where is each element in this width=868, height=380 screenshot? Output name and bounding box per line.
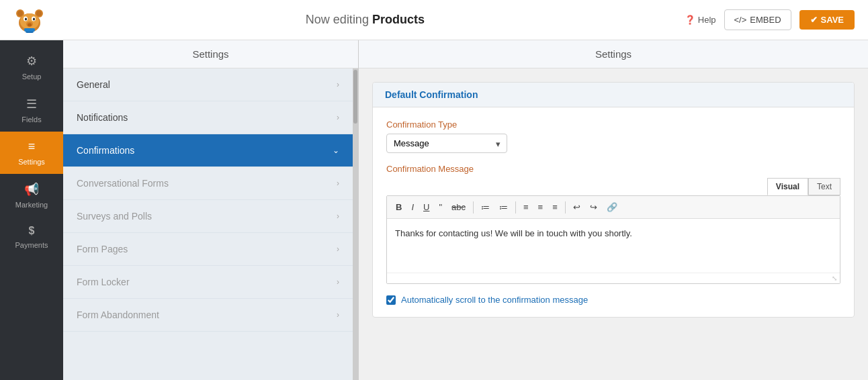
confirmation-type-group: Confirmation Type Message Page Redirect — [386, 120, 840, 153]
sidebar-item-setup[interactable]: ⚙ Setup — [0, 46, 63, 89]
help-button[interactable]: ❓ Help — [685, 15, 716, 25]
menu-item-conversational-forms[interactable]: Conversational Forms › — [63, 167, 353, 200]
toolbar-italic[interactable]: I — [408, 200, 417, 214]
logo-bear-icon — [13, 4, 46, 36]
menu-item-form-pages[interactable]: Form Pages › — [63, 233, 353, 266]
chevron-right-icon: › — [337, 80, 339, 89]
sub-sidebar-content: General › Notifications › Confirmations … — [63, 68, 358, 380]
sidebar-item-label-payments: Payments — [15, 241, 48, 249]
top-bar: Now editing Products ❓ Help </> EMBED ✔ … — [0, 0, 868, 40]
svg-point-11 — [28, 23, 32, 26]
main-content-title: Settings — [595, 48, 632, 60]
svg-point-4 — [36, 11, 42, 16]
svg-point-9 — [33, 17, 35, 20]
confirmation-type-select[interactable]: Message Page Redirect — [386, 134, 507, 153]
scrollbar-thumb[interactable] — [353, 70, 357, 124]
menu-item-label-form-locker: Form Locker — [77, 277, 130, 287]
sidebar-item-fields[interactable]: ☰ Fields — [0, 89, 63, 132]
menu-item-label-surveys-polls: Surveys and Polls — [77, 211, 152, 222]
settings-icon: ≡ — [28, 140, 36, 154]
menu-item-label-conversational-forms: Conversational Forms — [77, 178, 169, 189]
tab-text[interactable]: Text — [808, 178, 840, 195]
main-content-header: Settings — [359, 40, 868, 68]
menu-item-label-notifications: Notifications — [77, 112, 128, 123]
checkmark-icon: ✔ — [810, 15, 818, 25]
fields-icon: ☰ — [26, 97, 37, 111]
editor-tabs: Visual Text — [386, 178, 840, 195]
sidebar-item-marketing[interactable]: 📢 Marketing — [0, 174, 63, 217]
main-layout: ⚙ Setup ☰ Fields ≡ Settings 📢 Marketing … — [0, 40, 868, 380]
menu-item-surveys-polls[interactable]: Surveys and Polls › — [63, 200, 353, 233]
product-name: Products — [372, 13, 425, 26]
toolbar-align-right[interactable]: ≡ — [549, 200, 561, 214]
menu-item-form-abandonment[interactable]: Form Abandonment › — [63, 299, 353, 332]
editor-toolbar: B I U " abc ≔ ≔ ≡ ≡ ≡ — [387, 196, 840, 219]
menu-item-label-confirmations: Confirmations — [77, 145, 134, 156]
logo — [13, 4, 46, 36]
menu-item-label-general: General — [77, 79, 110, 90]
menu-item-form-locker[interactable]: Form Locker › — [63, 266, 353, 299]
main-content: Settings Default Confirmation Confirmati… — [359, 40, 868, 380]
menu-item-label-form-pages: Form Pages — [77, 244, 128, 254]
toolbar-strikethrough[interactable]: abc — [448, 200, 469, 214]
confirmation-card-header: Default Confirmation — [373, 83, 854, 107]
editing-title: Now editing Products — [306, 13, 425, 27]
chevron-down-icon: ⌄ — [333, 146, 339, 155]
sub-sidebar-list: General › Notifications › Confirmations … — [63, 68, 353, 380]
save-button[interactable]: ✔ SAVE — [799, 10, 855, 30]
chevron-right-icon: › — [337, 113, 339, 122]
menu-item-confirmations[interactable]: Confirmations ⌄ — [63, 134, 353, 167]
chevron-right-icon: › — [337, 211, 339, 221]
toolbar-align-center[interactable]: ≡ — [535, 200, 547, 214]
sidebar-item-label-marketing: Marketing — [15, 201, 48, 209]
sidebar-item-label-settings: Settings — [18, 158, 45, 166]
chevron-right-icon: › — [337, 277, 339, 287]
toolbar-underline[interactable]: U — [420, 200, 433, 214]
svg-point-8 — [25, 17, 27, 20]
toolbar-separator-2 — [515, 201, 516, 213]
toolbar-blockquote[interactable]: " — [435, 200, 445, 214]
chevron-right-icon: › — [337, 310, 339, 320]
auto-scroll-row: Automatically scroll to the confirmation… — [386, 295, 840, 305]
sidebar-item-payments[interactable]: $ Payments — [0, 217, 63, 257]
toolbar-undo[interactable]: ↩ — [570, 200, 584, 214]
help-label: Help — [698, 15, 716, 25]
setup-icon: ⚙ — [26, 54, 37, 68]
chevron-right-icon: › — [337, 179, 339, 188]
editing-label: Now editing — [306, 13, 372, 26]
toolbar-unordered-list[interactable]: ≔ — [478, 200, 493, 214]
confirmation-card-body: Confirmation Type Message Page Redirect … — [373, 107, 854, 317]
toolbar-link[interactable]: 🔗 — [603, 200, 621, 214]
sub-sidebar-header: Settings — [63, 40, 358, 68]
editor-content: Thanks for contacting us! We will be in … — [395, 228, 632, 238]
embed-label: EMBED — [750, 15, 781, 25]
editor-body[interactable]: Thanks for contacting us! We will be in … — [387, 219, 840, 273]
confirmation-card-title: Default Confirmation — [385, 89, 478, 100]
sub-sidebar-scrollbar[interactable] — [353, 68, 358, 380]
sub-sidebar: Settings General › Notifications › Confi… — [63, 40, 359, 380]
auto-scroll-label[interactable]: Automatically scroll to the confirmation… — [401, 295, 588, 305]
embed-button[interactable]: </> EMBED — [724, 9, 791, 30]
menu-item-general[interactable]: General › — [63, 68, 353, 101]
auto-scroll-checkbox[interactable] — [386, 295, 396, 305]
sub-sidebar-title: Settings — [192, 48, 228, 60]
sidebar-item-settings[interactable]: ≡ Settings — [0, 132, 63, 174]
toolbar-align-left[interactable]: ≡ — [520, 200, 532, 214]
sidebar-item-label-setup: Setup — [22, 73, 42, 81]
payments-icon: $ — [29, 225, 35, 237]
svg-point-3 — [17, 11, 23, 16]
confirmation-message-label: Confirmation Message — [386, 164, 840, 174]
editor-resize-handle[interactable]: ⤡ — [387, 273, 840, 283]
top-bar-actions: ❓ Help </> EMBED ✔ SAVE — [685, 9, 855, 30]
toolbar-redo[interactable]: ↪ — [587, 200, 601, 214]
toolbar-bold[interactable]: B — [392, 200, 405, 214]
sidebar-nav: ⚙ Setup ☰ Fields ≡ Settings 📢 Marketing … — [0, 40, 63, 380]
menu-item-notifications[interactable]: Notifications › — [63, 101, 353, 134]
confirmation-type-label: Confirmation Type — [386, 120, 840, 130]
confirmation-card: Default Confirmation Confirmation Type M… — [372, 82, 855, 318]
toolbar-ordered-list[interactable]: ≔ — [496, 200, 511, 214]
toolbar-separator-3 — [565, 201, 566, 213]
tab-visual[interactable]: Visual — [767, 178, 808, 195]
sidebar-item-label-fields: Fields — [21, 115, 41, 124]
embed-icon: </> — [734, 15, 747, 25]
